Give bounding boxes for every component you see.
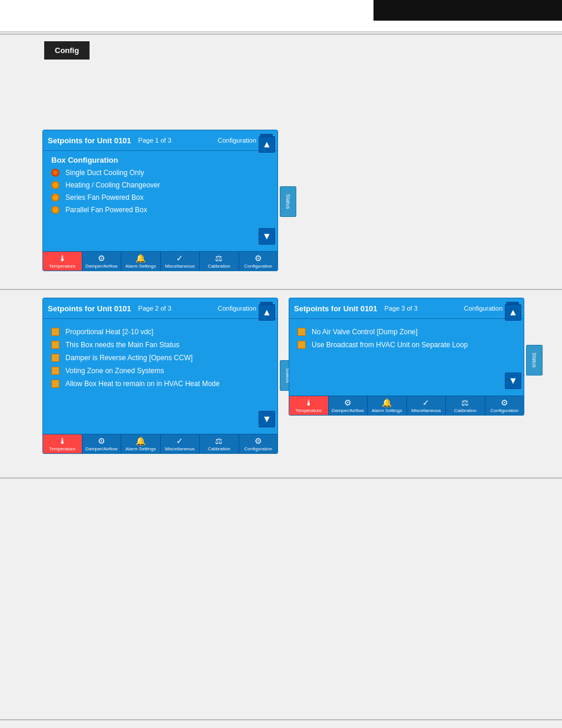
panel1-option-3[interactable]: Parallel Fan Powered Box (49, 205, 254, 215)
panel2-header: Setpoints for Unit 0101 Page 2 of 3 Conf… (43, 298, 277, 319)
panel3-toolbar-config[interactable]: ⚙ Configuration (485, 396, 524, 415)
panel2-option-1[interactable]: This Box needs the Main Fan Status (49, 340, 254, 350)
panel3-scroll-up[interactable]: ▲ (505, 304, 521, 321)
panel1-toolbar: 🌡 Temperature ⚙ Damper/Airflow 🔔 Alarm S… (43, 251, 277, 271)
checkbox-3[interactable] (51, 367, 59, 375)
panel3: Setpoints for Unit 0101 Page 3 of 3 Conf… (289, 298, 524, 416)
panel1-toolbar-alarms[interactable]: 🔔 Alarm Settings (121, 252, 161, 271)
temp-label: Temperature (49, 263, 75, 269)
p2-misc-label: Miscellaneous (165, 446, 195, 452)
panel1-header: Setpoints for Unit 0101 Page 1 of 3 Conf… (43, 130, 277, 151)
p3-check-label-0: No Air Valve Control [Dump Zone] (312, 328, 418, 336)
panel1-toolbar-cal[interactable]: ⚖ Calibration (200, 252, 239, 271)
panel2-content: Proportional Heat [2-10 vdc] This Box ne… (43, 319, 277, 434)
panel3-scroll-down[interactable]: ▼ (505, 373, 521, 389)
alarms-label: Alarm Settings (125, 263, 156, 269)
config-button[interactable]: Config (44, 41, 90, 60)
panel2-title: Setpoints for Unit 0101 (48, 304, 131, 313)
alarms-icon: 🔔 (135, 253, 146, 263)
panel3-page: Page 3 of 3 (385, 305, 418, 312)
check-label-2: Damper is Reverse Acting [Opens CCW] (65, 354, 193, 362)
top-bar-right-block (373, 0, 562, 21)
panel2-page: Page 2 of 3 (138, 305, 171, 312)
panel2-option-2[interactable]: Damper is Reverse Acting [Opens CCW] (49, 353, 254, 363)
p3-config-icon: ⚙ (501, 398, 508, 407)
panel1-title: Setpoints for Unit 0101 (48, 136, 131, 145)
p3-damper-label: Damper/Airflow (332, 408, 364, 413)
radio-dot-1 (51, 181, 59, 189)
panel1: Setpoints for Unit 0101 Page 1 of 3 Conf… (42, 130, 278, 271)
panel2-option-0[interactable]: Proportional Heat [2-10 vdc] (49, 327, 254, 337)
panel3-inner: Setpoints for Unit 0101 Page 3 of 3 Conf… (289, 298, 524, 415)
panel1-status-btn[interactable]: Status (280, 186, 296, 217)
panel1-option-0[interactable]: Single Duct Cooling Only (49, 168, 254, 177)
panel1-toolbar-misc[interactable]: ✓ Miscellaneous (161, 252, 200, 271)
panel3-status-btn[interactable]: Status (526, 345, 543, 375)
panel2-toolbar: 🌡 Temperature ⚙ Damper/Airflow 🔔 Alarm S… (43, 434, 277, 453)
p3-temp-label: Temperature (295, 408, 322, 413)
panel2: Setpoints for Unit 0101 Page 2 of 3 Conf… (42, 298, 278, 454)
panel3-toolbar-cal[interactable]: ⚖ Calibration (446, 396, 485, 415)
p3-checkbox-0[interactable] (297, 328, 306, 336)
panel3-toolbar-alarms[interactable]: 🔔 Alarm Settings (368, 396, 407, 415)
p3-temp-icon: 🌡 (305, 398, 313, 407)
p2-cal-label: Calibration (208, 446, 230, 452)
radio-label-0: Single Duct Cooling Only (65, 169, 144, 177)
panel1-scroll-down[interactable]: ▼ (259, 228, 275, 245)
panel1-toolbar-temp[interactable]: 🌡 Temperature (43, 252, 82, 271)
p2-config-label: Configuration (244, 446, 272, 452)
panel2-toolbar-config[interactable]: ⚙ Configuration (239, 434, 278, 453)
panel1-config-label: Configuration (218, 137, 256, 144)
radio-dot-0 (51, 169, 59, 177)
p3-damper-icon: ⚙ (344, 398, 352, 407)
panel2-inner: Setpoints for Unit 0101 Page 2 of 3 Conf… (43, 298, 277, 453)
panel1-content: Box Configuration Single Duct Cooling On… (43, 151, 277, 251)
checkbox-1[interactable] (51, 341, 59, 349)
divider-mid2 (0, 477, 562, 479)
panel3-toolbar-damper[interactable]: ⚙ Damper/Airflow (329, 396, 368, 415)
panel2-toolbar-temp[interactable]: 🌡 Temperature (43, 434, 82, 453)
divider-top (0, 34, 562, 35)
panel2-toolbar-alarms[interactable]: 🔔 Alarm Settings (121, 434, 161, 453)
cal-icon: ⚖ (215, 253, 223, 263)
misc-icon: ✓ (176, 253, 183, 263)
checkbox-4[interactable] (51, 380, 59, 388)
p2-damper-icon: ⚙ (98, 436, 105, 446)
divider-bottom (0, 719, 562, 720)
cal-label: Calibration (208, 263, 230, 269)
panel2-toolbar-cal[interactable]: ⚖ Calibration (200, 434, 239, 453)
panel3-option-1[interactable]: Use Broadcast from HVAC Unit on Separate… (295, 340, 500, 350)
misc-label: Miscellaneous (165, 263, 195, 269)
panel3-content: No Air Valve Control [Dump Zone] Use Bro… (289, 319, 524, 396)
check-label-3: Voting Zone on Zoned Systems (65, 367, 164, 375)
p2-alarms-icon: 🔔 (135, 436, 146, 446)
check-label-0: Proportional Heat [2-10 vdc] (65, 328, 153, 336)
checkbox-2[interactable] (51, 354, 59, 362)
p3-checkbox-1[interactable] (297, 341, 306, 349)
panel1-section-label: Box Configuration (49, 156, 254, 164)
config-label-1: Configuration (244, 263, 272, 269)
panel2-toolbar-damper[interactable]: ⚙ Damper/Airflow (82, 434, 122, 453)
p2-alarms-label: Alarm Settings (125, 446, 156, 452)
panel3-toolbar-misc[interactable]: ✓ Miscellaneous (407, 396, 447, 415)
p3-cal-label: Calibration (454, 408, 477, 413)
panel2-toolbar-misc[interactable]: ✓ Miscellaneous (161, 434, 200, 453)
radio-label-2: Series Fan Powered Box (65, 193, 144, 202)
panel1-toolbar-damper[interactable]: ⚙ Damper/Airflow (82, 252, 122, 271)
panel2-scroll-down[interactable]: ▼ (259, 411, 275, 427)
p2-cal-icon: ⚖ (215, 436, 223, 446)
panel1-toolbar-config[interactable]: ⚙ Configuration (239, 252, 278, 271)
p2-temp-icon: 🌡 (58, 436, 67, 446)
panel3-toolbar-temp[interactable]: 🌡 Temperature (289, 396, 329, 415)
panel1-scroll-up[interactable]: ▲ (259, 136, 275, 153)
check-label-1: This Box needs the Main Fan Status (65, 341, 179, 349)
panel1-option-2[interactable]: Series Fan Powered Box (49, 193, 254, 202)
panel1-option-1[interactable]: Heating / Cooling Changeover (49, 180, 254, 190)
panel1-inner: Setpoints for Unit 0101 Page 1 of 3 Conf… (43, 130, 277, 271)
panel2-option-4[interactable]: Allow Box Heat to remain on in HVAC Heat… (49, 379, 254, 388)
panel3-option-0[interactable]: No Air Valve Control [Dump Zone] (295, 327, 500, 337)
panel2-option-3[interactable]: Voting Zone on Zoned Systems (49, 366, 254, 375)
checkbox-0[interactable] (51, 328, 59, 336)
panel3-config-label: Configuration (464, 305, 503, 312)
panel2-scroll-up[interactable]: ▲ (259, 304, 275, 321)
